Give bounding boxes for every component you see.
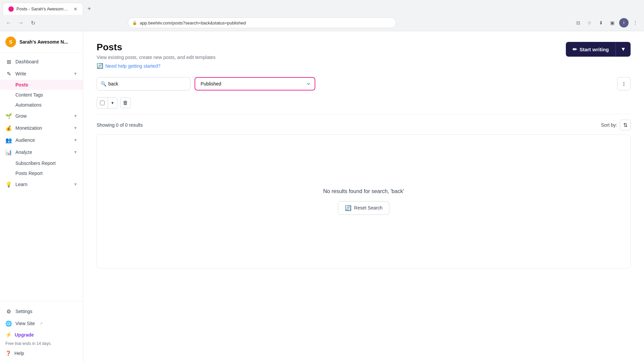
pencil-icon: ✏ [573,46,577,53]
url-text: app.beehiiv.com/posts?search=back&status… [140,20,392,25]
empty-state-message: No results found for search, 'back' [323,188,404,194]
reset-search-label: Reset Search [354,205,383,210]
sidebar-sub-item-label: Content Tags [15,92,43,98]
sort-icon: ⇅ [623,122,628,128]
delete-button[interactable]: 🗑 [120,98,131,108]
browser-chrome: Posts - Sarah's Awesome Newsl... ✕ + ← →… [0,0,644,31]
sidebar-item-monetization[interactable]: 💰 Monetization ▼ [0,122,83,134]
sidebar-item-label: View Site [15,321,35,326]
columns-icon: ⫶ [623,80,626,87]
app-layout: S Sarah's Awesome N... ⊞ Dashboard ✎ Wri… [0,31,644,362]
filter-row: 🔍 Published All Draft Archived ⫶ [97,77,631,90]
sidebar: S Sarah's Awesome N... ⊞ Dashboard ✎ Wri… [0,31,83,362]
reset-search-button[interactable]: 🔄 Reset Search [338,201,390,215]
monetization-icon: 💰 [5,125,12,131]
sort-by-section: Sort by: ⇅ [601,120,631,130]
tab-favicon [8,6,14,12]
cast-icon[interactable]: ⊟ [574,18,583,27]
main-content: Posts View existing posts, create new po… [83,31,644,362]
address-bar-row: ← → ↻ 🔒 app.beehiiv.com/posts?search=bac… [0,15,644,31]
search-icon: 🔍 [101,81,106,86]
chevron-down-icon: ▼ [73,126,77,130]
start-writing-dropdown-arrow[interactable]: ▼ [616,42,631,57]
page-title: Posts [97,42,216,53]
sidebar-item-content-tags[interactable]: Content Tags [0,90,83,100]
sidebar-item-dashboard[interactable]: ⊞ Dashboard [0,56,83,68]
reload-button[interactable]: ↻ [28,18,38,27]
page-title-section: Posts View existing posts, create new po… [97,42,216,69]
sidebar-item-audience[interactable]: 👥 Audience ▼ [0,134,83,146]
sidebar-item-help[interactable]: ❓ Help [5,349,77,358]
select-all-checkbox[interactable] [97,98,108,108]
help-label: Help [14,351,24,356]
analyze-icon: 📊 [5,149,12,156]
filter-columns-button[interactable]: ⫶ [617,77,631,90]
tab-close-button[interactable]: ✕ [73,6,77,12]
sidebar-nav: ⊞ Dashboard ✎ Write ▼ Posts Content Tags… [0,53,83,301]
start-writing-label: Start writing [580,47,609,52]
select-all-checkbox-input[interactable] [100,101,105,105]
sidebar-item-view-site[interactable]: 🌐 View Site ↗ [5,317,77,329]
active-tab[interactable]: Posts - Sarah's Awesome Newsl... ✕ [3,3,83,15]
sidebar-item-label: Audience [15,137,35,143]
tab-bar: Posts - Sarah's Awesome Newsl... ✕ + [0,0,644,15]
results-row: Showing 0 of 0 results Sort by: ⇅ [97,120,631,130]
audience-icon: 👥 [5,137,12,143]
download-icon[interactable]: ⬇ [596,18,606,27]
new-tab-button[interactable]: + [85,4,94,13]
upgrade-label: Upgrade [15,332,34,338]
sidebar-sub-item-label: Posts [15,82,28,87]
start-writing-button[interactable]: ✏ Start writing ▼ [566,42,631,57]
sidebar-item-automations[interactable]: Automations [0,100,83,110]
reset-icon: 🔄 [345,205,352,211]
sidebar-item-analyze[interactable]: 📊 Analyze ▼ [0,146,83,158]
start-writing-main: ✏ Start writing [566,42,616,57]
sidebar-item-write[interactable]: ✎ Write ▼ [0,68,83,80]
brand-name: Sarah's Awesome N... [19,39,68,45]
learn-icon: 💡 [5,181,12,188]
incognito-icon[interactable]: I [619,18,629,27]
chevron-down-icon: ▼ [621,46,626,52]
browser-actions: ⊟ ☆ ⬇ ▣ I ⋮ [574,18,640,27]
sidebar-item-label: Learn [15,182,28,187]
sidebar-item-label: Write [15,71,26,76]
sidebar-footer: ⚙ Settings 🌐 View Site ↗ ⚡ Upgrade Free … [0,301,83,362]
write-icon: ✎ [5,70,12,77]
sort-button[interactable]: ⇅ [620,120,631,130]
select-dropdown-button[interactable]: ▼ [108,98,117,108]
lock-icon: 🔒 [132,20,137,25]
external-link-icon: ↗ [40,321,43,326]
help-link-text: Need help getting started? [105,63,160,69]
bookmark-icon[interactable]: ☆ [585,18,594,27]
tab-label: Posts - Sarah's Awesome Newsl... [16,6,69,11]
table-controls: ▼ 🗑 [97,97,631,114]
grow-icon: 🌱 [5,113,12,119]
status-select[interactable]: Published All Draft Archived [195,77,315,90]
sidebar-item-posts[interactable]: Posts [0,80,83,90]
search-input[interactable] [97,77,191,90]
address-bar[interactable]: 🔒 app.beehiiv.com/posts?search=back&stat… [128,17,396,28]
search-input-wrapper: 🔍 [97,77,191,90]
chevron-down-icon: ▼ [73,150,77,155]
device-icon[interactable]: ▣ [608,18,617,27]
trash-icon: 🗑 [123,100,128,106]
chevron-down-icon: ▼ [73,182,77,187]
sidebar-sub-item-label: Automations [15,102,42,108]
back-nav-button[interactable]: ← [4,18,13,27]
help-icon: ❓ [5,351,11,356]
page-subtitle: View existing posts, create new posts, a… [97,55,216,60]
sidebar-item-label: Dashboard [15,59,39,64]
dashboard-icon: ⊞ [5,58,12,65]
more-options-icon[interactable]: ⋮ [631,18,640,27]
upgrade-button[interactable]: ⚡ Upgrade [5,329,77,340]
sidebar-item-posts-report[interactable]: Posts Report [0,168,83,178]
sidebar-item-settings[interactable]: ⚙ Settings [5,305,77,317]
select-all-checkbox-wrapper: ▼ [97,97,117,109]
sidebar-item-grow[interactable]: 🌱 Grow ▼ [0,110,83,122]
help-link[interactable]: 🔄 Need help getting started? [97,63,216,69]
forward-nav-button[interactable]: → [16,18,25,27]
view-site-icon: 🌐 [5,320,12,327]
sidebar-item-learn[interactable]: 💡 Learn ▼ [0,178,83,190]
sidebar-item-subscribers-report[interactable]: Subscribers Report [0,158,83,168]
sort-by-label: Sort by: [601,122,617,128]
